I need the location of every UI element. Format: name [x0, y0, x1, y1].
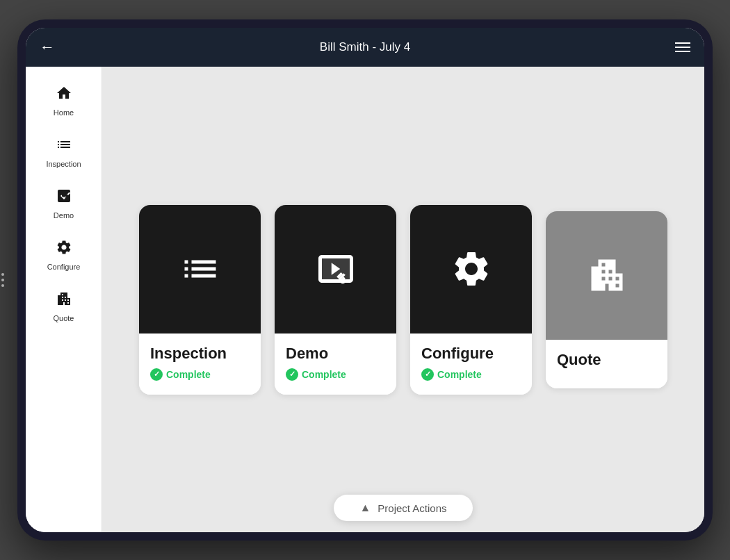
project-actions-bar[interactable]: ▲ Project Actions — [334, 495, 473, 521]
sidebar-item-inspection[interactable]: Inspection — [33, 129, 95, 175]
back-button[interactable]: ← — [40, 38, 55, 56]
menu-button[interactable] — [675, 42, 690, 52]
sidebar-item-home[interactable]: Home — [33, 78, 95, 124]
sidebar-item-demo-label: Demo — [54, 211, 74, 220]
gear-icon — [56, 239, 72, 260]
header: ← Bill Smith - July 4 — [26, 28, 704, 67]
card-inspection-body: Inspection ✓ Complete — [139, 333, 261, 395]
cards-grid: Inspection ✓ Complete — [139, 205, 667, 395]
list-icon — [56, 136, 72, 157]
card-configure-status-label: Complete — [437, 369, 482, 380]
card-configure-body: Configure ✓ Complete — [410, 333, 532, 395]
card-inspection-status-label: Complete — [166, 369, 211, 380]
home-icon — [56, 85, 72, 106]
card-demo-title: Demo — [286, 345, 385, 363]
card-quote[interactable]: Quote — [546, 211, 667, 388]
demo-icon — [56, 188, 72, 208]
device-frame: ← Bill Smith - July 4 — [17, 19, 713, 541]
sidebar-item-configure[interactable]: Configure — [33, 232, 95, 278]
card-demo-status-label: Complete — [302, 369, 346, 380]
svg-point-1 — [340, 279, 346, 284]
card-configure-title: Configure — [421, 345, 521, 363]
menu-line-2 — [675, 47, 690, 48]
status-check-icon: ✓ — [286, 368, 298, 381]
device-screen: ← Bill Smith - July 4 — [26, 28, 704, 532]
card-configure-icon-area — [410, 205, 532, 333]
sidebar-item-inspection-label: Inspection — [46, 160, 81, 168]
card-demo[interactable]: Demo ✓ Complete — [275, 205, 396, 395]
status-check-icon: ✓ — [421, 368, 434, 381]
menu-line-3 — [675, 51, 690, 52]
status-check-icon: ✓ — [150, 368, 163, 381]
card-demo-body: Demo ✓ Complete — [275, 333, 396, 395]
card-inspection[interactable]: Inspection ✓ Complete — [139, 205, 261, 395]
card-inspection-icon-area — [139, 205, 261, 333]
card-demo-status: ✓ Complete — [286, 368, 385, 381]
sidebar: Home Inspection — [26, 67, 102, 532]
sidebar-item-quote[interactable]: Quote — [33, 283, 95, 329]
sidebar-item-home-label: Home — [54, 108, 74, 117]
menu-line-1 — [675, 42, 690, 44]
building-icon — [56, 290, 72, 311]
card-quote-title: Quote — [557, 351, 656, 369]
sidebar-item-configure-label: Configure — [47, 263, 81, 271]
card-inspection-title: Inspection — [150, 345, 250, 363]
main-content: Inspection ✓ Complete — [102, 67, 704, 532]
project-actions-label: Project Actions — [378, 502, 446, 514]
chevron-up-icon: ▲ — [359, 502, 371, 514]
card-demo-icon-area — [275, 205, 396, 333]
sidebar-item-quote-label: Quote — [54, 314, 74, 322]
main-layout: Home Inspection — [26, 67, 704, 532]
header-title: Bill Smith - July 4 — [320, 40, 410, 54]
sidebar-item-demo[interactable]: Demo — [33, 181, 95, 227]
card-configure[interactable]: Configure ✓ Complete — [410, 205, 532, 395]
card-quote-icon-area — [546, 211, 667, 340]
card-configure-status: ✓ Complete — [421, 368, 521, 381]
card-inspection-status: ✓ Complete — [150, 368, 250, 381]
card-quote-body: Quote — [546, 340, 667, 388]
